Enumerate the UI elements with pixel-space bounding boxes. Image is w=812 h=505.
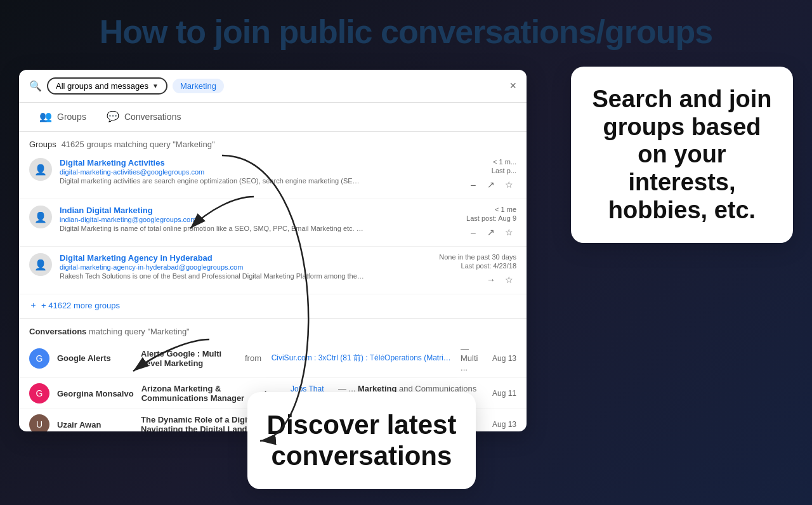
group-email-0: digital-marketing-activities@googlegroup… [60, 168, 433, 176]
conv-avatar-img-0: G [29, 348, 49, 369]
group-avatar-2: 👤 [29, 253, 52, 276]
groups-panel: 🔍 All groups and messages ▼ Marketing × … [19, 70, 527, 431]
group-desc-0: Digital marketing activities are search … [60, 177, 364, 185]
group-info-0: Digital Marketing Activities digital-mar… [60, 158, 433, 185]
search-query-tag[interactable]: Marketing [173, 79, 224, 93]
search-bar: 🔍 All groups and messages ▼ Marketing × [19, 70, 527, 103]
group-posts-2: None in the past 30 days [439, 253, 516, 261]
group-last-0: Last p... [440, 167, 516, 174]
group-posts-1: < 1 me [440, 206, 516, 213]
group-name-1: Indian Digital Marketing [60, 206, 433, 215]
group-info-1: Indian Digital Marketing indian-digital-… [60, 206, 433, 232]
conversations-section-header: Conversations matching query "Marketing" [19, 322, 527, 339]
conv-sender-2: Uzair Awan [57, 420, 133, 430]
groups-tab-icon: 👥 [39, 110, 52, 122]
group-email-1: indian-digital-marketing@googlegroups.co… [60, 216, 433, 223]
group-star-2[interactable]: ☆ [501, 272, 516, 287]
group-name-0: Digital Marketing Activities [60, 158, 433, 167]
group-desc-1: Digital Marketing is name of total onlin… [60, 225, 364, 232]
discover-conversations-text: Discover latest conversations [266, 410, 457, 471]
search-join-tooltip: Search and join groups based on your int… [571, 67, 793, 243]
section-divider [19, 318, 527, 319]
group-actions-1: – ↗ ☆ [440, 225, 516, 240]
conversations-matching: matching query "Marketing" [89, 327, 190, 336]
group-info-2: Digital Marketing Agency in Hyderabad di… [60, 253, 431, 280]
groups-count: 41625 groups matching query "Marketing" [62, 140, 215, 149]
group-email-2: digital-marketing-agency-in-hyderabad@go… [60, 263, 431, 271]
conv-avatar-img-2: U [29, 414, 49, 431]
search-filter-dropdown[interactable]: All groups and messages ▼ [47, 77, 167, 95]
conversations-tab-label: Conversations [124, 112, 181, 122]
group-link-0[interactable]: ↗ [483, 177, 499, 192]
group-posts-0: < 1 m... [440, 158, 516, 166]
group-unsubscribe-1[interactable]: – [466, 225, 481, 240]
group-item-0[interactable]: 👤 Digital Marketing Activities digital-m… [19, 152, 527, 199]
conv-subject-0: Alerte Google : Multi Level Marketing [141, 349, 235, 368]
tab-groups[interactable]: 👥 Groups [29, 103, 96, 131]
group-star-0[interactable]: ☆ [501, 177, 516, 192]
conv-sender-0: Google Alerts [57, 353, 133, 363]
dropdown-arrow-icon: ▼ [152, 82, 159, 89]
group-last-1: Last post: Aug 9 [440, 214, 516, 222]
page-title: How to join public conversations/groups [0, 0, 812, 60]
group-enter-2[interactable]: → [483, 272, 499, 287]
conv-subject-1: Arizona Marketing & Communications Manag… [141, 384, 254, 403]
group-desc-2: Rakesh Tech Solutions is one of the Best… [60, 272, 364, 280]
group-unsubscribe-0[interactable]: – [466, 177, 481, 192]
conversations-tab-icon: 💬 [107, 110, 119, 122]
conv-date-2: Aug 13 [492, 420, 516, 429]
conv-avatar-img-1: G [29, 383, 49, 403]
groups-tab-label: Groups [57, 112, 86, 122]
conv-from-0: from [242, 353, 263, 363]
group-avatar-1: 👤 [29, 206, 52, 228]
conv-date-0: Aug 13 [492, 354, 516, 363]
group-avatar-0: 👤 [29, 158, 52, 181]
search-join-text: Search and join groups based on your int… [590, 86, 774, 224]
conv-item-0[interactable]: G Google Alerts Alerte Google : Multi Le… [19, 339, 527, 378]
conversations-label: Conversations [29, 327, 86, 336]
conv-avatar-1: G [29, 383, 49, 403]
group-item-1[interactable]: 👤 Indian Digital Marketing indian-digita… [19, 199, 527, 247]
tabs-bar: 👥 Groups 💬 Conversations [19, 103, 527, 132]
search-clear-button[interactable]: × [509, 79, 516, 93]
group-item-2[interactable]: 👤 Digital Marketing Agency in Hyderabad … [19, 247, 527, 294]
more-groups-label: + 41622 more groups [41, 301, 120, 310]
group-name-2: Digital Marketing Agency in Hyderabad [60, 253, 431, 263]
more-groups-link[interactable]: ＋ + 41622 more groups [19, 294, 527, 316]
conv-group-0[interactable]: CiviSur.com : 3xCtrl (81 前) : TéléOperat… [272, 353, 453, 364]
discover-conversations-tooltip: Discover latest conversations [247, 392, 476, 489]
plus-icon: ＋ [29, 299, 37, 311]
group-meta-2: None in the past 30 days Last post: 4/23… [439, 253, 516, 287]
conv-avatar-2: U [29, 414, 49, 431]
conv-avatar-0: G [29, 348, 49, 369]
tab-conversations[interactable]: 💬 Conversations [96, 103, 192, 131]
filter-label: All groups and messages [56, 81, 148, 91]
group-actions-2: → ☆ [439, 272, 516, 287]
group-meta-0: < 1 m... Last p... – ↗ ☆ [440, 158, 516, 192]
group-star-1[interactable]: ☆ [501, 225, 516, 240]
groups-section-label: Groups [29, 140, 56, 149]
content-area: 🔍 All groups and messages ▼ Marketing × … [0, 60, 812, 502]
groups-section-header: Groups 41625 groups matching query "Mark… [19, 132, 527, 152]
group-link-1[interactable]: ↗ [483, 225, 499, 240]
conv-date-1: Aug 11 [492, 389, 516, 398]
group-actions-0: – ↗ ☆ [440, 177, 516, 192]
search-icon: 🔍 [29, 80, 42, 92]
conv-snippet-0: — Multi ... [461, 344, 485, 372]
conv-sender-1: Georgina Monsalvo [57, 389, 134, 398]
group-meta-1: < 1 me Last post: Aug 9 – ↗ ☆ [440, 206, 516, 240]
group-last-2: Last post: 4/23/18 [439, 262, 516, 270]
